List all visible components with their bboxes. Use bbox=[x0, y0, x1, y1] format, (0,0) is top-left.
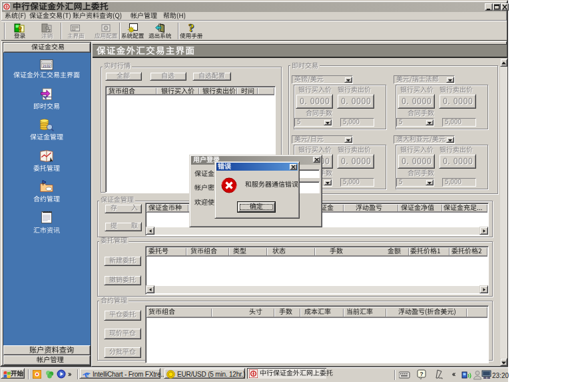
svg-text:?: ? bbox=[188, 23, 194, 33]
svg-text:2132: 2132 bbox=[43, 65, 51, 69]
